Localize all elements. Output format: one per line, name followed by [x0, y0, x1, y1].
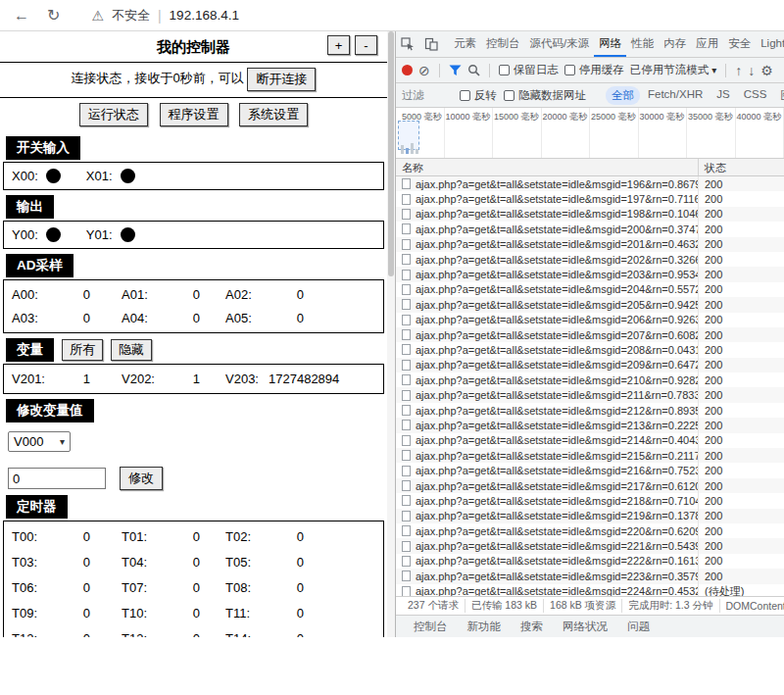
network-request-row[interactable]: ajax.php?a=get&t=all&setstate=idle&msgid… — [396, 478, 784, 493]
io-label: X00: — [12, 169, 38, 183]
search-icon[interactable] — [467, 64, 480, 76]
nav-button[interactable]: 系统设置 — [239, 103, 308, 126]
network-request-row[interactable]: ajax.php?a=get&t=all&setstate=idle&msgid… — [396, 327, 784, 342]
devtools-drawer-tabbar: 控制台 新功能 搜索 网络状况 问题 — [396, 615, 784, 637]
devtools-tab[interactable]: 内存 — [659, 31, 691, 57]
network-request-row[interactable]: ajax.php?a=get&t=all&setstate=idle&msgid… — [396, 252, 784, 267]
devtools-tab[interactable]: 控制台 — [481, 31, 525, 57]
page-scrollbar[interactable] — [387, 31, 395, 637]
drawer-tab[interactable]: 搜索 — [513, 620, 551, 634]
requests-table-header: 名称 状态 — [396, 159, 784, 176]
import-har-icon[interactable]: ↑ — [735, 64, 742, 77]
clear-icon[interactable]: ⊘ — [418, 64, 430, 77]
network-request-row[interactable]: ajax.php?a=get&t=all&setstate=idle&msgid… — [396, 387, 784, 402]
request-type-filter[interactable]: CSS — [738, 86, 773, 105]
network-request-row[interactable]: ajax.php?a=get&t=all&setstate=idle&msgid… — [396, 358, 784, 372]
request-type-filter[interactable]: Fetch/XHR — [642, 86, 709, 105]
timer-item: T00: 0 — [12, 529, 122, 544]
request-type-filter[interactable]: 全部 — [606, 86, 640, 105]
export-har-icon[interactable]: ↓ — [748, 64, 755, 77]
show-all-variables-button[interactable]: 所有 — [62, 339, 103, 361]
network-request-row[interactable]: ajax.php?a=get&t=all&setstate=idle&msgid… — [396, 509, 784, 523]
drawer-tab[interactable]: 网络状况 — [555, 620, 615, 634]
request-type-filter[interactable]: 图片 — [774, 86, 784, 105]
network-request-row[interactable]: ajax.php?a=get&t=all&setstate=idle&msgid… — [396, 493, 784, 508]
network-request-row[interactable]: ajax.php?a=get&t=all&setstate=idle&msgid… — [396, 207, 784, 222]
network-request-row[interactable]: ajax.php?a=get&t=all&setstate=idle&msgid… — [396, 282, 784, 297]
variable-label: V201: — [12, 372, 55, 386]
address-bar[interactable]: ⚠ 不安全 | 192.168.4.1 — [91, 7, 239, 25]
timer-item: T14: 0 — [225, 631, 375, 637]
devtools-tab[interactable]: 网络 — [594, 31, 626, 57]
invert-filter-checkbox[interactable] — [460, 90, 470, 101]
network-request-row[interactable]: ajax.php?a=get&t=all&setstate=idle&msgid… — [396, 222, 784, 236]
inspect-element-icon[interactable] — [396, 31, 419, 57]
network-request-row[interactable]: ajax.php?a=get&t=all&setstate=idle&msgid… — [396, 267, 784, 281]
timer-item: T01: 0 — [122, 529, 225, 544]
variable-value-input[interactable] — [8, 468, 106, 489]
network-request-row[interactable]: ajax.php?a=get&t=all&setstate=idle&msgid… — [396, 463, 784, 477]
zoom-out-button[interactable]: - — [355, 35, 377, 55]
ad-channel-item: A00: 0 — [12, 287, 122, 302]
device-toolbar-icon[interactable] — [419, 31, 443, 57]
variable-select[interactable]: V000 ▾ — [8, 431, 71, 452]
filter-icon[interactable] — [449, 65, 462, 76]
timer-value: 0 — [165, 555, 200, 570]
filter-input[interactable]: 过滤 — [402, 88, 453, 103]
devtools-tab[interactable]: 性能 — [626, 31, 659, 57]
request-url: ajax.php?a=get&t=all&setstate=idle&msgid… — [416, 254, 698, 266]
hide-variables-button[interactable]: 隐藏 — [111, 339, 152, 361]
document-icon — [402, 495, 411, 506]
nav-button[interactable]: 运行状态 — [79, 103, 148, 126]
section-header-switch-input: 开关输入 — [6, 136, 80, 160]
nav-button[interactable]: 程序设置 — [160, 103, 228, 126]
record-icon[interactable] — [402, 65, 413, 75]
timer-value: 0 — [165, 529, 200, 544]
network-request-row[interactable]: ajax.php?a=get&t=all&setstate=idle&msgid… — [396, 433, 784, 448]
column-header-status[interactable]: 状态 — [699, 159, 784, 175]
throttling-select[interactable]: 已停用节流模式 ▾ — [630, 63, 717, 77]
request-type-filter[interactable]: JS — [710, 86, 735, 105]
drawer-tab[interactable]: 控制台 — [406, 620, 456, 634]
network-request-row[interactable]: ajax.php?a=get&t=all&setstate=idle&msgid… — [396, 372, 784, 387]
hide-data-urls-checkbox[interactable] — [504, 90, 514, 101]
network-request-row[interactable]: ajax.php?a=get&t=all&setstate=idle&msgid… — [396, 403, 784, 418]
devtools-tab[interactable]: 元素 — [449, 31, 481, 57]
preserve-log-checkbox[interactable] — [499, 65, 510, 75]
disable-cache-checkbox[interactable] — [564, 65, 575, 75]
request-status: 200 — [699, 208, 784, 220]
devtools-tab[interactable]: Lighthouse — [756, 31, 784, 57]
request-status: 200 — [699, 510, 784, 521]
column-header-name[interactable]: 名称 — [396, 159, 699, 175]
network-request-row[interactable]: ajax.php?a=get&t=all&setstate=idle&msgid… — [396, 191, 784, 206]
network-request-row[interactable]: ajax.php?a=get&t=all&setstate=idle&msgid… — [396, 237, 784, 252]
timeline-activity-bar — [401, 145, 404, 154]
devtools-tab[interactable]: 应用 — [691, 31, 723, 57]
network-request-row[interactable]: ajax.php?a=get&t=all&setstate=idle&msgid… — [396, 418, 784, 432]
refresh-icon[interactable]: ↻ — [47, 6, 60, 25]
disconnect-button[interactable]: 断开连接 — [247, 68, 316, 91]
network-request-row[interactable]: ajax.php?a=get&t=all&setstate=idle&msgid… — [396, 523, 784, 538]
transferred-size: 已传输 183 kB — [466, 599, 544, 613]
timer-value: 0 — [55, 529, 90, 544]
scrollbar-thumb[interactable] — [388, 31, 394, 276]
devtools-tab[interactable]: 安全 — [723, 31, 756, 57]
drawer-tab[interactable]: 新功能 — [460, 620, 510, 634]
network-request-row[interactable]: ajax.php?a=get&t=all&setstate=idle&msgid… — [396, 297, 784, 312]
network-request-row[interactable]: ajax.php?a=get&t=all&setstate=idle&msgid… — [396, 554, 784, 569]
network-request-row[interactable]: ajax.php?a=get&t=all&setstate=idle&msgid… — [396, 448, 784, 463]
network-request-row[interactable]: ajax.php?a=get&t=all&setstate=idle&msgid… — [396, 313, 784, 327]
network-request-row[interactable]: ajax.php?a=get&t=all&setstate=idle&msgid… — [396, 569, 784, 583]
zoom-in-button[interactable]: + — [327, 35, 350, 55]
devtools-tab[interactable]: 源代码/来源 — [525, 31, 595, 57]
network-request-row[interactable]: ajax.php?a=get&t=all&setstate=idle&msgid… — [396, 584, 784, 596]
drawer-tab[interactable]: 问题 — [619, 620, 658, 634]
document-icon — [402, 435, 411, 446]
network-settings-icon[interactable]: ⚙ — [760, 64, 773, 77]
network-timeline-overview[interactable]: 5000 毫秒 10000 毫秒 15000 毫秒 20000 毫秒 25000… — [396, 108, 784, 159]
network-request-row[interactable]: ajax.php?a=get&t=all&setstate=idle&msgid… — [396, 342, 784, 357]
network-request-row[interactable]: ajax.php?a=get&t=all&setstate=idle&msgid… — [396, 176, 784, 191]
network-request-row[interactable]: ajax.php?a=get&t=all&setstate=idle&msgid… — [396, 538, 784, 553]
back-icon[interactable]: ← — [14, 7, 29, 25]
modify-button[interactable]: 修改 — [120, 467, 163, 490]
